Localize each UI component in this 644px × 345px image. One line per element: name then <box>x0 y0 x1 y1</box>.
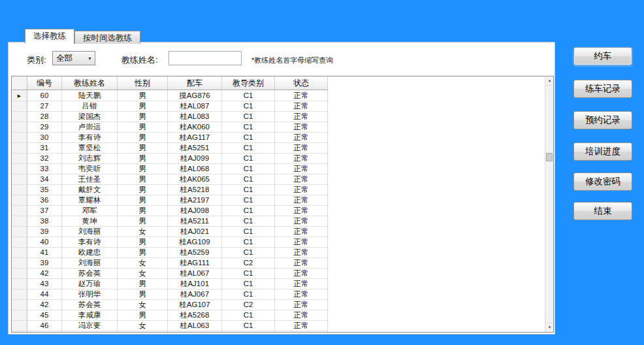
column-header-3[interactable]: 配车 <box>168 76 222 90</box>
table-row[interactable]: 36覃耀林男桂A2197C1正常 <box>12 195 328 206</box>
cell: 正常 <box>275 164 328 174</box>
cell: 桂A5251 <box>168 143 222 154</box>
cell: 李有诗 <box>62 237 118 248</box>
row-selector[interactable] <box>12 112 27 122</box>
row-selector[interactable]: ▶ <box>12 90 27 101</box>
cell: 桂AK060 <box>168 122 222 133</box>
column-header-0[interactable]: 编号 <box>27 76 62 90</box>
table-row[interactable]: 43赵万瑜男桂AJ101C1正常 <box>12 279 328 289</box>
table-row[interactable]: 31覃坚松男桂A5251C1正常 <box>12 143 328 154</box>
table-row[interactable]: 42苏会英女桂AG107C2正常 <box>12 300 328 310</box>
cell: 正常 <box>275 206 328 216</box>
row-selector[interactable] <box>12 227 27 237</box>
cell: 桂AL067 <box>168 269 222 279</box>
tab-select-coach[interactable]: 选择教练 <box>25 29 74 44</box>
table-row[interactable]: 42苏会英女桂AL067C1正常 <box>12 269 328 279</box>
cell: 刘志辉 <box>62 154 118 164</box>
cell: 女 <box>118 258 168 269</box>
row-selector[interactable] <box>12 300 27 310</box>
row-selector[interactable] <box>12 269 27 279</box>
table-row[interactable]: 39刘海丽女桂AG111C2正常 <box>12 258 328 269</box>
coach-name-input[interactable] <box>169 51 242 65</box>
cell: 33 <box>27 164 62 174</box>
table-row[interactable]: 27吕锴男桂AL087C1正常 <box>12 101 328 112</box>
column-header-5[interactable]: 状态 <box>275 76 328 90</box>
cell: 正常 <box>275 258 328 269</box>
cell: 女 <box>118 227 168 237</box>
row-selector[interactable] <box>12 164 27 174</box>
column-header-4[interactable]: 教导类别 <box>222 76 275 90</box>
coach-table: 编号教练姓名性别配车教导类别状态 ▶60陆天鹏男摸AG876C1正常27吕锴男桂… <box>11 76 554 333</box>
table-row[interactable]: 38黄坤男桂A5211C1正常 <box>12 216 328 227</box>
row-selector[interactable] <box>12 321 27 331</box>
table-row[interactable]: 29卢崇运男桂AK060C1正常 <box>12 122 328 133</box>
change-password-button[interactable]: 修改密码 <box>573 172 632 191</box>
table-row[interactable]: 46冯京要女桂AL063C1正常 <box>12 321 328 331</box>
table-row[interactable]: 40李有诗男桂AG109C1正常 <box>12 237 328 248</box>
vertical-scrollbar[interactable]: ▲ ▼ <box>545 76 553 332</box>
row-selector[interactable] <box>12 143 27 154</box>
table-row[interactable]: 28梁国杰男桂AL083C1正常 <box>12 112 328 122</box>
practice-record-button[interactable]: 练车记录 <box>573 80 632 98</box>
table-row[interactable]: 35戴舒文男桂A5218C1正常 <box>12 185 328 195</box>
scroll-down-icon[interactable]: ▼ <box>545 323 554 332</box>
table-row[interactable]: 33韦奕听男桂AL068C1正常 <box>12 164 328 174</box>
column-header-1[interactable]: 教练姓名 <box>62 76 118 90</box>
row-selector[interactable] <box>12 331 27 333</box>
table-row[interactable]: 45李咸康男桂A5268C1正常 <box>12 310 328 321</box>
table-row[interactable]: 41欧建忠男桂A5259C1正常 <box>12 248 328 258</box>
row-selector[interactable] <box>12 237 27 248</box>
table-row[interactable]: 30李有诗男桂AG117C1正常 <box>12 133 328 143</box>
row-selector[interactable] <box>12 216 27 227</box>
table-row[interactable]: ▶60陆天鹏男摸AG876C1正常 <box>12 90 328 101</box>
cell: 黄坤 <box>62 216 118 227</box>
table-row[interactable]: 34王佳圣男桂AK065C1正常 <box>12 174 328 185</box>
training-progress-button[interactable]: 培训进度 <box>573 142 632 161</box>
row-selector[interactable] <box>12 122 27 133</box>
row-selector[interactable] <box>12 258 27 269</box>
cell: 42 <box>27 300 62 310</box>
table-row[interactable]: 44张明华男桂AJ067C1正常 <box>12 289 328 300</box>
reservation-record-button[interactable]: 预约记录 <box>573 111 632 129</box>
cell: 正常 <box>275 310 328 321</box>
tab-select-coach-by-time[interactable]: 按时间选教练 <box>74 31 140 44</box>
cell: C1 <box>222 122 275 133</box>
cell: 苏会英 <box>62 269 118 279</box>
row-selector[interactable] <box>12 248 27 258</box>
category-dropdown[interactable]: 全部 ▼ <box>52 51 95 65</box>
cell: 正常 <box>275 248 328 258</box>
cell: 梁国杰 <box>62 112 118 122</box>
cell: 桂AJ021 <box>168 227 222 237</box>
row-selector[interactable] <box>12 289 27 300</box>
finish-button[interactable]: 结束 <box>573 202 632 220</box>
cell: 正常 <box>275 321 328 331</box>
row-selector[interactable] <box>12 206 27 216</box>
table-row[interactable]: 32刘志辉男桂AJ099C1正常 <box>12 154 328 164</box>
cell: 桂AK065 <box>168 174 222 185</box>
cell: 29 <box>27 122 62 133</box>
scroll-up-icon[interactable]: ▲ <box>545 76 554 86</box>
cell: 吕锴 <box>62 101 118 112</box>
cell: 桂AG123 <box>168 331 222 333</box>
table-row[interactable]: 39刘海丽女桂AJ021C1正常 <box>12 227 328 237</box>
row-selector[interactable] <box>12 133 27 143</box>
cell: 41 <box>27 248 62 258</box>
table-row[interactable]: 37邓军男桂AJ098C1正常 <box>12 206 328 216</box>
cell: 男 <box>118 101 168 112</box>
row-selector[interactable] <box>12 195 27 206</box>
row-selector[interactable] <box>12 279 27 289</box>
row-selector[interactable] <box>12 101 27 112</box>
cell: 男 <box>118 310 168 321</box>
cell: 桂A2197 <box>168 195 222 206</box>
table-row[interactable]: 47方贵达男桂AG123C1正常 <box>12 331 328 333</box>
row-selector[interactable] <box>12 174 27 185</box>
scrollbar-thumb[interactable] <box>546 153 553 161</box>
row-selector[interactable] <box>12 185 27 195</box>
row-selector[interactable] <box>12 154 27 164</box>
column-header-2[interactable]: 性别 <box>118 76 168 90</box>
coach-select-panel: 类别: 全部 ▼ 教练姓名: *教练姓名首字母缩写查询 编号教练姓名性别配车教导… <box>8 42 555 335</box>
cell: 47 <box>27 331 62 333</box>
row-selector[interactable] <box>12 310 27 321</box>
cell: 27 <box>27 101 62 112</box>
book-car-button[interactable]: 约车 <box>573 47 632 65</box>
